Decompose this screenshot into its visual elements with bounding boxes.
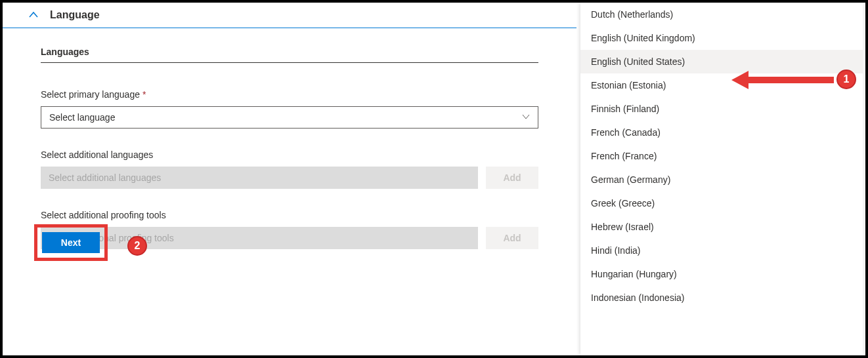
language-option[interactable]: Greek (Greece): [580, 191, 863, 215]
language-option[interactable]: German (Germany): [580, 168, 863, 191]
chevron-down-icon: [522, 112, 530, 123]
language-option[interactable]: Hindi (India): [580, 239, 863, 262]
language-option[interactable]: Dutch (Netherlands): [580, 3, 863, 26]
additional-languages-label: Select additional languages: [41, 149, 538, 160]
annotation-arrow-1: [731, 71, 834, 89]
primary-language-placeholder: Select language: [49, 112, 115, 123]
language-dropdown-list[interactable]: Dutch (Netherlands)English (United Kingd…: [580, 3, 863, 355]
language-option[interactable]: Hungarian (Hungary): [580, 262, 863, 286]
proofing-tools-label: Select additional proofing tools: [41, 210, 538, 220]
section-subtitle: Languages: [41, 47, 538, 63]
language-option[interactable]: English (United Kingdom): [580, 26, 863, 50]
annotation-highlight-2: Next: [34, 224, 108, 261]
section-header[interactable]: Language: [3, 3, 576, 28]
add-proofing-button: Add: [486, 227, 538, 249]
language-option[interactable]: French (Canada): [580, 121, 863, 144]
chevron-up-icon: [29, 10, 38, 20]
add-language-button: Add: [486, 167, 538, 189]
additional-languages-input: Select additional languages: [41, 167, 478, 189]
language-option[interactable]: Hebrew (Israel): [580, 215, 863, 239]
language-option[interactable]: Finnish (Finland): [580, 97, 863, 121]
header-title: Language: [50, 9, 100, 21]
next-button[interactable]: Next: [42, 232, 100, 253]
annotation-badge-2: 2: [127, 236, 147, 256]
language-option[interactable]: French (France): [580, 144, 863, 168]
primary-language-label: Select primary language *: [41, 89, 538, 100]
language-option[interactable]: Indonesian (Indonesia): [580, 286, 863, 309]
language-option[interactable]: English (United States): [580, 50, 863, 73]
primary-language-select[interactable]: Select language: [41, 106, 538, 129]
annotation-badge-1: 1: [836, 70, 856, 89]
